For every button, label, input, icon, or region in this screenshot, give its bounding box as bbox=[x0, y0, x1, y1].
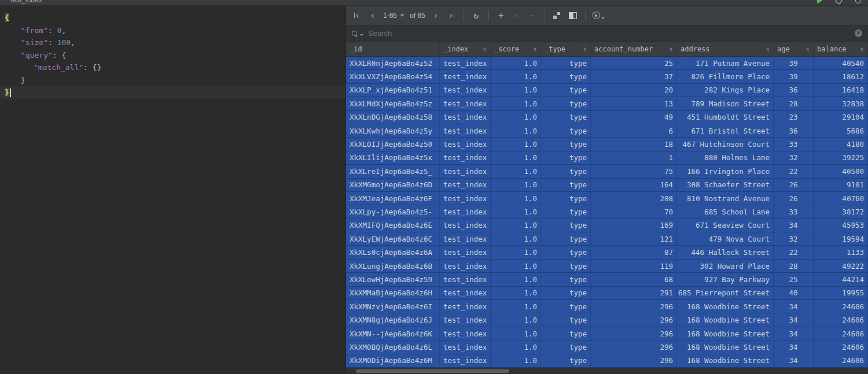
cell-score[interactable]: 1.0 bbox=[491, 287, 541, 299]
table-row[interactable]: XkXLP_xjAep6aBo4z51 test_index 1.0 type … bbox=[346, 84, 868, 97]
cell-account-number[interactable]: 20 bbox=[591, 84, 677, 97]
cell-age[interactable]: 22 bbox=[774, 246, 814, 258]
cell-account-number[interactable]: 296 bbox=[591, 313, 677, 326]
cell-age[interactable]: 26 bbox=[774, 179, 814, 191]
cell-type[interactable]: type bbox=[541, 260, 591, 272]
cell-index[interactable]: test_index bbox=[440, 232, 491, 245]
cell-id[interactable]: XkXMMaBjAep6aBo4z6H bbox=[346, 287, 440, 299]
cell-score[interactable]: 1.0 bbox=[491, 327, 541, 340]
cell-type[interactable]: type bbox=[541, 165, 591, 177]
cell-type[interactable]: type bbox=[541, 232, 591, 245]
cell-balance[interactable]: 40540 bbox=[814, 57, 868, 69]
cell-account-number[interactable]: 296 bbox=[591, 340, 677, 353]
table-row[interactable]: XkXLreIjAep6aBo4z5_ test_index 1.0 type … bbox=[346, 165, 868, 178]
cell-balance[interactable]: 5686 bbox=[814, 124, 868, 137]
cell-index[interactable]: test_index bbox=[440, 138, 491, 150]
cell-balance[interactable]: 16418 bbox=[814, 84, 868, 97]
cell-address[interactable]: 168 Woodbine Street bbox=[677, 340, 774, 353]
cell-address[interactable]: 927 Bay Parkway bbox=[677, 273, 774, 286]
cell-id[interactable]: XkXMJeajAep6aBo4z6F bbox=[346, 192, 440, 205]
toggle-panel-icon[interactable] bbox=[568, 10, 578, 21]
tab-test-index[interactable]: test_index bbox=[10, 0, 42, 4]
cell-id[interactable]: XkXLreIjAep6aBo4z5_ bbox=[346, 165, 440, 177]
column-header[interactable]: age ⇅ bbox=[774, 42, 814, 56]
cell-balance[interactable]: 24606 bbox=[814, 340, 868, 353]
cell-type[interactable]: type bbox=[541, 124, 591, 137]
cell-index[interactable]: test_index bbox=[440, 219, 491, 232]
cell-account-number[interactable]: 49 bbox=[591, 111, 677, 124]
cell-balance[interactable]: 32838 bbox=[814, 97, 868, 110]
previous-page-icon[interactable]: ‹ bbox=[367, 10, 378, 21]
cell-account-number[interactable]: 296 bbox=[591, 354, 677, 367]
cell-score[interactable]: 1.0 bbox=[491, 313, 541, 326]
cell-account-number[interactable]: 68 bbox=[591, 273, 677, 286]
table-row[interactable]: XkXLs0cjAep6aBo4z6A test_index 1.0 type … bbox=[346, 246, 868, 259]
table-row[interactable]: XkXMODijAep6aBo4z6M test_index 1.0 type … bbox=[346, 354, 868, 368]
cell-index[interactable]: test_index bbox=[440, 97, 491, 110]
cell-type[interactable]: type bbox=[541, 179, 591, 191]
cell-age[interactable]: 40 bbox=[774, 287, 814, 299]
cell-balance[interactable]: 39225 bbox=[814, 151, 868, 164]
cell-address[interactable]: 168 Woodbine Street bbox=[677, 327, 774, 340]
cell-id[interactable]: XkXMIFQjAep6aBo4z6E bbox=[346, 219, 440, 232]
cell-index[interactable]: test_index bbox=[440, 84, 491, 97]
clear-search-icon[interactable] bbox=[855, 29, 862, 37]
preview-icon[interactable] bbox=[593, 10, 605, 21]
cell-address[interactable]: 880 Holmes Lane bbox=[677, 151, 774, 164]
cell-address[interactable]: 168 Woodbine Street bbox=[677, 313, 774, 326]
cell-index[interactable]: test_index bbox=[440, 354, 491, 367]
cell-balance[interactable]: 19955 bbox=[814, 287, 868, 299]
cell-type[interactable]: type bbox=[541, 219, 591, 232]
cell-score[interactable]: 1.0 bbox=[491, 124, 541, 137]
table-row[interactable]: XkXLMdXjAep6aBo4z5z test_index 1.0 type … bbox=[346, 97, 868, 110]
query-editor[interactable]: -{ "from": 0, "size": 100, -"query": { "… bbox=[0, 6, 346, 374]
cell-id[interactable]: XkXLMdXjAep6aBo4z5z bbox=[346, 97, 440, 110]
cell-score[interactable]: 1.0 bbox=[491, 192, 541, 205]
cell-index[interactable]: test_index bbox=[440, 260, 491, 272]
table-row[interactable]: XkXMN8gjAep6aBo4z6J test_index 1.0 type … bbox=[346, 313, 868, 327]
cell-id[interactable]: XkXLowHjAep6aBo4z59 bbox=[346, 273, 440, 286]
cell-account-number[interactable]: 6 bbox=[591, 124, 677, 137]
search-options-chevron-icon[interactable] bbox=[360, 34, 363, 36]
cell-balance[interactable]: 40760 bbox=[814, 192, 868, 205]
last-page-icon[interactable]: › bbox=[446, 10, 457, 21]
cell-account-number[interactable]: 296 bbox=[591, 300, 677, 313]
cell-address[interactable]: 467 Hutchinson Court bbox=[677, 138, 774, 150]
cell-age[interactable]: 34 bbox=[774, 327, 814, 340]
cell-age[interactable]: 33 bbox=[774, 138, 814, 150]
cell-id[interactable]: XkXLOIJjAep6aBo4z50 bbox=[346, 138, 440, 150]
cell-account-number[interactable]: 164 bbox=[591, 179, 677, 191]
cell-id[interactable]: XkXLungjAep6aBo4z6B bbox=[346, 260, 440, 272]
cell-account-number[interactable]: 37 bbox=[591, 70, 677, 83]
cell-id[interactable]: XkXMOBQjAep6aBo4z6L bbox=[346, 340, 440, 353]
cell-address[interactable]: 789 Madison Street bbox=[677, 97, 774, 110]
table-row[interactable]: XkXMJeajAep6aBo4z6F test_index 1.0 type … bbox=[346, 192, 868, 205]
table-row[interactable]: XkXLyEWjAep6aBo4z6C test_index 1.0 type … bbox=[346, 232, 868, 246]
cell-age[interactable]: 33 bbox=[774, 205, 814, 218]
sort-icon[interactable]: ⇅ bbox=[483, 46, 487, 52]
cell-score[interactable]: 1.0 bbox=[491, 354, 541, 367]
cell-balance[interactable]: 24606 bbox=[814, 313, 868, 326]
cell-balance[interactable]: 9101 bbox=[814, 179, 868, 191]
cell-account-number[interactable]: 75 bbox=[591, 165, 677, 177]
table-row[interactable]: XkXMN--jAep6aBo4z6K test_index 1.0 type … bbox=[346, 327, 868, 340]
fold-marker-icon[interactable]: - bbox=[1, 51, 5, 58]
cell-balance[interactable]: 29104 bbox=[814, 111, 868, 124]
cell-id[interactable]: XkXLP_xjAep6aBo4z51 bbox=[346, 84, 440, 97]
cell-type[interactable]: type bbox=[541, 354, 591, 367]
cell-id[interactable]: XkXLR0njAep6aBo4z52 bbox=[346, 57, 440, 69]
cell-account-number[interactable]: 169 bbox=[591, 219, 677, 232]
fold-marker-icon[interactable]: - bbox=[1, 14, 5, 21]
cell-score[interactable]: 1.0 bbox=[491, 205, 541, 218]
cell-address[interactable]: 826 Fillmore Place bbox=[677, 70, 774, 83]
pin-icon[interactable] bbox=[835, 0, 843, 4]
table-row[interactable]: XkXMMaBjAep6aBo4z6H test_index 1.0 type … bbox=[346, 287, 868, 300]
first-page-icon[interactable]: ‹ bbox=[352, 10, 362, 21]
cell-score[interactable]: 1.0 bbox=[491, 273, 541, 286]
cell-address[interactable]: 168 Woodbine Street bbox=[677, 354, 774, 367]
cell-address[interactable]: 282 Kings Place bbox=[677, 84, 774, 97]
cell-age[interactable]: 23 bbox=[774, 111, 814, 124]
column-header[interactable]: balance ⇅ bbox=[814, 42, 868, 56]
cell-score[interactable]: 1.0 bbox=[491, 111, 541, 124]
cell-score[interactable]: 1.0 bbox=[491, 84, 541, 97]
